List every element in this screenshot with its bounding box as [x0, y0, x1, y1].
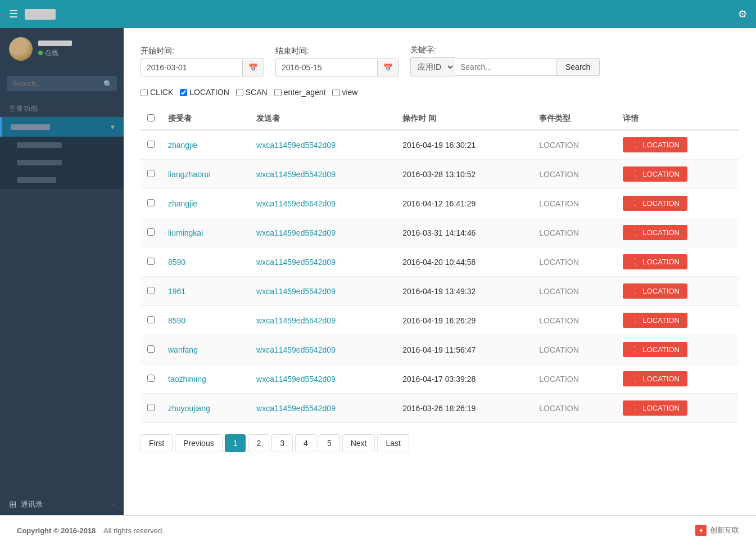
- filter-bar: 开始时间: 📅 结束时间: 📅 关键字: 应用ID: [141, 45, 739, 76]
- row-event-type: LOCATION: [532, 306, 616, 335]
- footer-rights: All rights reserved.: [103, 526, 164, 535]
- col-time: 操作时 间: [396, 108, 532, 130]
- row-checkbox[interactable]: [147, 170, 155, 177]
- location-button[interactable]: 📍 LOCATION: [623, 342, 687, 357]
- sidebar-sub-item-2[interactable]: [0, 154, 124, 172]
- row-event-type: LOCATION: [532, 189, 616, 218]
- row-checkbox-cell: [141, 130, 161, 160]
- row-sender: wxca11459ed5542d09: [250, 247, 396, 277]
- keyword-input[interactable]: [455, 58, 556, 76]
- row-checkbox[interactable]: [147, 316, 155, 323]
- location-button[interactable]: 📍 LOCATION: [623, 254, 687, 269]
- pagination-last[interactable]: Last: [377, 434, 409, 452]
- event-filter-bar: CLICK LOCATION SCAN enter_agent view: [141, 88, 739, 97]
- click-checkbox[interactable]: [141, 89, 148, 96]
- pin-icon: 📍: [631, 345, 640, 354]
- brand-icon: ✦: [695, 525, 707, 536]
- pagination-page-4[interactable]: 4: [295, 434, 316, 452]
- location-button[interactable]: 📍 LOCATION: [623, 196, 687, 211]
- row-checkbox-cell: [141, 189, 161, 218]
- sidebar-sub-item-3[interactable]: [0, 172, 124, 189]
- row-sender: wxca11459ed5542d09: [250, 218, 396, 247]
- end-calendar-btn[interactable]: 📅: [377, 60, 399, 76]
- gear-icon[interactable]: ⚙: [738, 8, 747, 20]
- row-detail: 📍 LOCATION: [616, 277, 739, 306]
- sidebar-search-input[interactable]: [7, 76, 117, 91]
- row-checkbox-cell: [141, 364, 161, 394]
- location-button[interactable]: 📍 LOCATION: [623, 283, 687, 299]
- row-event-type: LOCATION: [532, 277, 616, 306]
- row-checkbox[interactable]: [147, 287, 155, 294]
- location-btn-label: LOCATION: [642, 375, 680, 383]
- row-detail: 📍 LOCATION: [616, 306, 739, 335]
- row-event-type: LOCATION: [532, 218, 616, 247]
- pin-icon: 📍: [631, 228, 640, 237]
- pagination-next[interactable]: Next: [342, 434, 375, 452]
- select-all-checkbox[interactable]: [147, 114, 155, 121]
- table-row: zhangjie wxca11459ed5542d09 2016-04-19 1…: [141, 130, 739, 160]
- start-time-input[interactable]: [141, 59, 242, 76]
- location-btn-label: LOCATION: [642, 199, 680, 208]
- pin-icon: 📍: [631, 258, 640, 266]
- row-receiver: taozhiming: [161, 364, 250, 394]
- event-filter-scan[interactable]: SCAN: [236, 88, 268, 97]
- location-button[interactable]: 📍 LOCATION: [623, 137, 687, 152]
- footer-left: Copyright © 2016-2018 All rights reserve…: [17, 526, 164, 535]
- location-button[interactable]: 📍 LOCATION: [623, 166, 687, 182]
- scan-checkbox[interactable]: [236, 89, 243, 96]
- row-sender: wxca11459ed5542d09: [250, 364, 396, 394]
- row-checkbox[interactable]: [147, 258, 155, 265]
- pagination-page-2[interactable]: 2: [248, 434, 269, 452]
- row-checkbox[interactable]: [147, 345, 155, 353]
- location-button[interactable]: 📍 LOCATION: [623, 371, 687, 386]
- event-filter-location[interactable]: LOCATION: [180, 88, 229, 97]
- sidebar-item-main[interactable]: ▾: [0, 117, 124, 137]
- location-button[interactable]: 📍 LOCATION: [623, 400, 687, 416]
- pagination-page-3[interactable]: 3: [271, 434, 293, 452]
- sidebar-contacts[interactable]: ⊞ 通讯录 ‹: [0, 493, 124, 515]
- row-detail: 📍 LOCATION: [616, 335, 739, 364]
- row-receiver: zhangjie: [161, 189, 250, 218]
- end-time-input[interactable]: [276, 59, 377, 76]
- row-checkbox[interactable]: [147, 404, 155, 411]
- status-text: 在线: [45, 48, 58, 58]
- sidebar-search-wrap: 🔍: [7, 76, 117, 91]
- location-button[interactable]: 📍 LOCATION: [623, 313, 687, 328]
- row-checkbox[interactable]: [147, 228, 155, 236]
- enter-agent-checkbox[interactable]: [274, 89, 282, 96]
- row-event-type: LOCATION: [532, 247, 616, 277]
- location-btn-label: LOCATION: [642, 141, 680, 149]
- row-detail: 📍 LOCATION: [616, 130, 739, 160]
- search-button[interactable]: Search: [556, 58, 600, 76]
- row-checkbox[interactable]: [147, 141, 155, 148]
- row-time: 2016-03-31 14:14:46: [396, 218, 532, 247]
- keyword-type-select[interactable]: 应用ID: [410, 57, 455, 76]
- pin-icon: 📍: [631, 404, 640, 412]
- event-filter-view[interactable]: view: [332, 88, 357, 97]
- col-event-type: 事件类型: [532, 108, 616, 130]
- row-checkbox[interactable]: [147, 375, 155, 382]
- pagination-page-5[interactable]: 5: [319, 434, 340, 452]
- view-checkbox[interactable]: [332, 89, 339, 96]
- row-checkbox-cell: [141, 160, 161, 189]
- sidebar-sub-item-1[interactable]: [0, 137, 124, 154]
- pagination-previous[interactable]: Previous: [175, 434, 222, 452]
- start-time-group: 开始时间: 📅: [141, 46, 264, 76]
- location-checkbox[interactable]: [180, 89, 187, 96]
- event-filter-enter-agent[interactable]: enter_agent: [274, 88, 326, 97]
- pagination-page-1[interactable]: 1: [225, 434, 246, 452]
- header-left: ☰ ■■■■■: [9, 8, 56, 20]
- hamburger-icon[interactable]: ☰: [9, 8, 18, 20]
- row-event-type: LOCATION: [532, 364, 616, 394]
- row-time: 2016-03-28 13:10:52: [396, 160, 532, 189]
- start-calendar-btn[interactable]: 📅: [242, 60, 264, 76]
- col-detail: 详情: [616, 108, 739, 130]
- row-checkbox-cell: [141, 394, 161, 423]
- pagination-first[interactable]: First: [141, 434, 173, 452]
- location-button[interactable]: 📍 LOCATION: [623, 225, 687, 240]
- row-checkbox[interactable]: [147, 199, 155, 206]
- status-dot: [38, 51, 43, 55]
- event-filter-click[interactable]: CLICK: [141, 88, 173, 97]
- main-layout: 在线 🔍 主要功能 ▾: [0, 28, 756, 515]
- contacts-arrow-icon: ‹: [112, 500, 115, 508]
